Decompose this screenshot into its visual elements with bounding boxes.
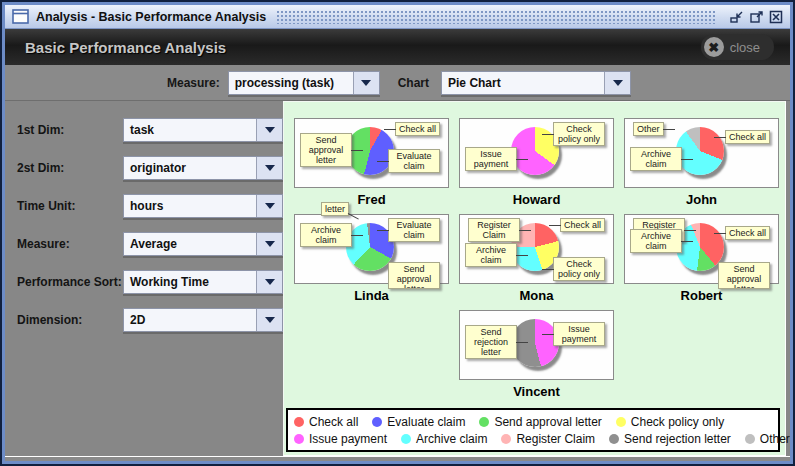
- first-dim-value: task: [124, 119, 256, 141]
- chart-legend: Check allEvaluate claimSend approval let…: [286, 408, 780, 452]
- pie-chart-box: letterArchive claimEvaluate claimSend ap…: [294, 214, 449, 284]
- chevron-down-icon[interactable]: [256, 195, 282, 217]
- chart-select-value: Pie Chart: [442, 72, 604, 94]
- pie-chart-cell: OtherCheck allArchive claimJohn: [624, 118, 779, 207]
- field-label: Time Unit:: [17, 199, 123, 213]
- dimension-value: 2D: [124, 309, 256, 331]
- pie-callout-label: Other: [633, 122, 664, 136]
- chevron-down-icon[interactable]: [256, 119, 282, 141]
- time-unit-select[interactable]: hours: [123, 194, 283, 218]
- originator-name: Robert: [624, 288, 779, 303]
- minimize-icon: [728, 9, 744, 25]
- first-dim-select[interactable]: task: [123, 118, 283, 142]
- analysis-window: Analysis - Basic Performance Analysis Ba…: [0, 0, 795, 466]
- maximize-button[interactable]: [746, 7, 766, 27]
- chart-select-label: Chart: [398, 76, 429, 90]
- window-icon: [12, 9, 29, 24]
- legend-item: Archive claim: [401, 432, 487, 446]
- legend-item: Evaluate claim: [372, 415, 465, 429]
- close-button[interactable]: ✖ close: [701, 34, 774, 60]
- toolbar: Measure: processing (task) Chart Pie Cha…: [5, 65, 790, 101]
- field-row-1st-dim: 1st Dim: task: [17, 115, 283, 145]
- pie-chart-box: Register ClaimCheck allArchive claimSend…: [624, 214, 779, 284]
- legend-label: Register Claim: [516, 432, 595, 446]
- pie-chart-box: Register ClaimCheck allArchive claimChec…: [459, 214, 614, 284]
- close-button-label: close: [730, 40, 760, 55]
- legend-item: Other: [745, 432, 790, 446]
- chevron-down-icon[interactable]: [256, 157, 282, 179]
- originator-name: Linda: [294, 288, 449, 303]
- legend-color-dot: [401, 434, 411, 444]
- chart-area: Check allEvaluate claimSend approval let…: [283, 101, 786, 456]
- window-titlebar[interactable]: Analysis - Basic Performance Analysis: [5, 5, 790, 29]
- window-title: Analysis - Basic Performance Analysis: [36, 10, 266, 24]
- dimension-select[interactable]: 2D: [123, 308, 283, 332]
- pie-chart: [676, 127, 724, 175]
- pie-chart-cell: letterArchive claimEvaluate claimSend ap…: [294, 214, 449, 303]
- legend-item: Register Claim: [501, 432, 595, 446]
- originator-name: Vincent: [459, 384, 614, 399]
- legend-color-dot: [372, 417, 382, 427]
- bottom-strip: [5, 456, 790, 461]
- performance-sort-select[interactable]: Working Time: [123, 270, 283, 294]
- measure-select-label: Measure:: [167, 76, 220, 90]
- legend-label: Evaluate claim: [387, 415, 465, 429]
- measure-select-value: processing (task): [229, 72, 353, 94]
- field-row-measure: Measure: Average: [17, 229, 283, 259]
- chevron-down-icon[interactable]: [353, 72, 379, 94]
- legend-item: Issue payment: [294, 432, 387, 446]
- page-header: Basic Performance Analysis ✖ close: [5, 29, 790, 65]
- legend-item: Check policy only: [616, 415, 724, 429]
- legend-item: Send approval letter: [479, 415, 601, 429]
- legend-row: Issue paymentArchive claimRegister Claim…: [294, 432, 772, 446]
- chart-select[interactable]: Pie Chart: [441, 71, 631, 95]
- legend-item: Check all: [294, 415, 358, 429]
- legend-label: Archive claim: [416, 432, 487, 446]
- pie-callout-label: Send approval letter: [300, 133, 352, 167]
- field-row-time-unit: Time Unit: hours: [17, 191, 283, 221]
- legend-label: Issue payment: [309, 432, 387, 446]
- pie-chart: [346, 127, 394, 175]
- second-dim-select[interactable]: originator: [123, 156, 283, 180]
- measure-agg-select[interactable]: Average: [123, 232, 283, 256]
- minimize-button[interactable]: [726, 7, 746, 27]
- field-label: 1st Dim:: [17, 123, 123, 137]
- pie-callout-label: Issue payment: [465, 147, 517, 171]
- pie-chart-cell: Issue paymentCheck policy onlyHoward: [459, 118, 614, 207]
- window-frame: Analysis - Basic Performance Analysis Ba…: [2, 2, 793, 464]
- originator-name: Howard: [459, 192, 614, 207]
- legend-color-dot: [294, 434, 304, 444]
- page-title: Basic Performance Analysis: [25, 39, 701, 56]
- chevron-down-icon[interactable]: [256, 233, 282, 255]
- close-circle-icon: ✖: [704, 37, 724, 57]
- main-content: 1st Dim: task 2st Dim: originator Time U…: [5, 101, 790, 456]
- chevron-down-icon[interactable]: [256, 271, 282, 293]
- pie-callout-label: Check policy only: [553, 122, 605, 146]
- time-unit-value: hours: [124, 195, 256, 217]
- close-window-button[interactable]: [766, 7, 786, 27]
- field-label: Measure:: [17, 237, 123, 251]
- originator-name: Mona: [459, 288, 614, 303]
- legend-color-dot: [616, 417, 626, 427]
- legend-color-dot: [745, 434, 755, 444]
- settings-panel: 1st Dim: task 2st Dim: originator Time U…: [5, 101, 283, 456]
- chevron-down-icon[interactable]: [604, 72, 630, 94]
- pie-callout-label: Check all: [725, 226, 770, 240]
- field-row-2st-dim: 2st Dim: originator: [17, 153, 283, 183]
- pie-callout-label: letter: [321, 202, 349, 216]
- pie-chart-cell: Send rejection letterIssue paymentVincen…: [459, 310, 614, 399]
- second-dim-value: originator: [124, 157, 256, 179]
- pie-chart-cell: Send approval letterCheck allEvaluate cl…: [294, 118, 449, 207]
- pie-chart-box: Issue paymentCheck policy only: [459, 118, 614, 188]
- chevron-down-icon[interactable]: [256, 309, 282, 331]
- pie-callout-label: Check all: [395, 122, 440, 136]
- measure-agg-value: Average: [124, 233, 256, 255]
- measure-select[interactable]: processing (task): [228, 71, 380, 95]
- legend-item: Send rejection letter: [609, 432, 731, 446]
- close-icon: [768, 9, 784, 25]
- pie-callout-label: Archive claim: [300, 223, 352, 247]
- pie-callout-label: Send rejection letter: [465, 325, 517, 359]
- pie-chart-box: Send approval letterCheck allEvaluate cl…: [294, 118, 449, 188]
- pie-callout-label: Archive claim: [630, 229, 682, 253]
- pie-callout-label: Archive claim: [465, 243, 517, 267]
